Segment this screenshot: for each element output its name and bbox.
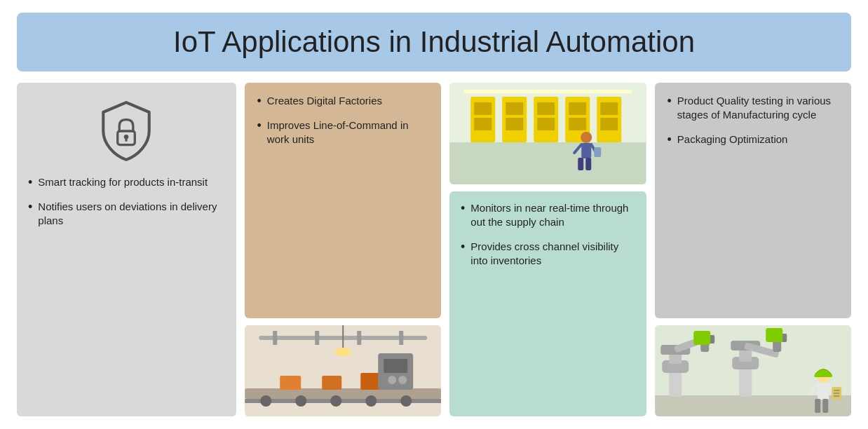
shield-icon xyxy=(95,100,158,163)
col3-bullet-list: Monitors in near real-time through out t… xyxy=(461,201,635,268)
svg-rect-5 xyxy=(273,331,277,345)
factory-conveyor-icon xyxy=(245,325,442,416)
svg-rect-16 xyxy=(280,376,301,390)
col2-bullet-2: Improves Line-of-Command in work units xyxy=(257,118,429,147)
svg-rect-41 xyxy=(600,102,618,115)
col4-bullet-1: Product Quality testing in various stage… xyxy=(667,94,839,123)
svg-rect-27 xyxy=(463,90,632,93)
svg-point-21 xyxy=(388,376,396,384)
content-row: Smart tracking for products in-transit N… xyxy=(17,83,851,416)
svg-rect-43 xyxy=(449,142,646,184)
svg-rect-20 xyxy=(384,359,407,373)
col4-image-panel xyxy=(655,325,852,416)
svg-rect-73 xyxy=(818,383,829,400)
svg-rect-33 xyxy=(474,102,491,115)
col4-text-panel: Product Quality testing in various stage… xyxy=(655,83,852,318)
col2-bullet-list: Creates Digital Factories Improves Line-… xyxy=(257,94,429,147)
svg-rect-76 xyxy=(815,399,820,413)
svg-rect-8 xyxy=(399,331,403,345)
svg-rect-36 xyxy=(506,118,523,130)
col3-text-panel: Monitors in near real-time through out t… xyxy=(449,191,646,416)
svg-point-15 xyxy=(400,395,412,407)
svg-rect-7 xyxy=(357,331,361,345)
svg-point-13 xyxy=(330,395,341,407)
col-quality: Product Quality testing in various stage… xyxy=(655,83,852,416)
svg-rect-72 xyxy=(814,374,832,377)
col2-image-panel xyxy=(245,325,442,416)
svg-rect-6 xyxy=(315,331,319,345)
col-supply-chain: Monitors in near real-time through out t… xyxy=(449,83,646,416)
svg-rect-42 xyxy=(600,118,618,130)
shield-icon-container xyxy=(28,93,225,175)
header-banner: IoT Applications in Industrial Automatio… xyxy=(17,13,851,72)
svg-rect-35 xyxy=(506,102,523,115)
svg-rect-45 xyxy=(581,143,591,158)
svg-rect-40 xyxy=(569,118,586,130)
col3-bullet-1: Monitors in near real-time through out t… xyxy=(461,201,635,230)
svg-rect-9 xyxy=(245,388,441,399)
svg-rect-37 xyxy=(537,102,555,115)
svg-point-12 xyxy=(295,395,306,407)
col3-image-panel xyxy=(449,83,646,184)
col1-bullet-list: Smart tracking for products in-transit N… xyxy=(28,175,225,238)
col1-bullet-1: Smart tracking for products in-transit xyxy=(28,175,225,190)
col1-bullet-2: Notifies users on deviations in delivery… xyxy=(28,200,225,229)
svg-rect-39 xyxy=(569,102,586,115)
svg-rect-70 xyxy=(766,328,782,342)
col3-bullet-2: Provides cross channel visibility into i… xyxy=(461,240,635,268)
col4-bullet-list: Product Quality testing in various stage… xyxy=(667,94,839,147)
svg-point-44 xyxy=(581,132,592,143)
svg-point-11 xyxy=(260,395,271,407)
warehouse-icon xyxy=(449,83,646,184)
svg-rect-50 xyxy=(594,147,601,157)
svg-point-14 xyxy=(365,395,377,407)
svg-rect-17 xyxy=(322,376,341,390)
svg-rect-2 xyxy=(126,137,128,142)
svg-rect-48 xyxy=(578,158,583,170)
svg-rect-49 xyxy=(585,158,591,170)
svg-rect-61 xyxy=(693,331,710,345)
svg-point-24 xyxy=(334,348,351,356)
col2-text-panel: Creates Digital Factories Improves Line-… xyxy=(245,83,442,318)
col2-bullet-1: Creates Digital Factories xyxy=(257,94,429,109)
page-wrapper: IoT Applications in Industrial Automatio… xyxy=(0,0,868,429)
col4-bullet-2: Packaging Optimization xyxy=(667,132,839,147)
robot-arm-icon xyxy=(655,325,852,416)
svg-rect-34 xyxy=(474,118,491,130)
col-factories: Creates Digital Factories Improves Line-… xyxy=(245,83,442,416)
col-logistics: Smart tracking for products in-transit N… xyxy=(17,83,236,416)
svg-rect-77 xyxy=(822,399,828,413)
svg-point-22 xyxy=(398,376,407,384)
page-title: IoT Applications in Industrial Automatio… xyxy=(24,25,844,59)
svg-rect-38 xyxy=(537,118,555,130)
